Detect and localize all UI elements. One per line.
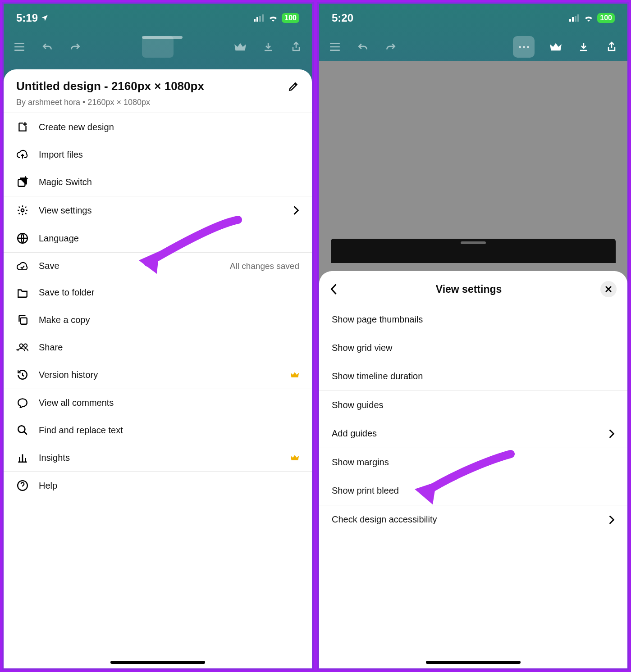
- crown-icon[interactable]: [233, 42, 247, 52]
- battery-badge: 100: [597, 13, 615, 23]
- copy-icon: [16, 314, 29, 326]
- row-label: Save: [39, 261, 220, 271]
- version-history-row[interactable]: Version history: [4, 361, 312, 389]
- view-comments-row[interactable]: View all comments: [4, 389, 312, 416]
- magic-switch-row[interactable]: Magic Switch: [4, 168, 312, 196]
- show-thumbnails-row[interactable]: Show page thumbnails: [319, 305, 627, 334]
- create-new-design-row[interactable]: Create new design: [4, 113, 312, 141]
- panel-title: View settings: [337, 283, 600, 295]
- svg-point-8: [19, 344, 23, 347]
- row-label: Show margins: [332, 457, 389, 468]
- download-icon[interactable]: [577, 41, 590, 52]
- view-settings-sheet: View settings Show page thumbnails Show …: [319, 271, 627, 668]
- language-row[interactable]: Language: [4, 224, 312, 252]
- home-indicator: [110, 661, 205, 664]
- clock-text: 5:20: [332, 12, 353, 24]
- vs-group-3: Show margins Show print bleed: [319, 448, 627, 505]
- row-label: Find and replace text: [39, 425, 299, 436]
- menu-group-1: Create new design Import files Magic Swi…: [4, 113, 312, 196]
- drag-handle-icon[interactable]: [461, 241, 486, 244]
- cloud-check-icon: [16, 261, 29, 271]
- page-strip[interactable]: [331, 239, 616, 263]
- show-timeline-row[interactable]: Show timeline duration: [319, 362, 627, 390]
- save-row[interactable]: Save All changes saved: [4, 253, 312, 279]
- premium-crown-icon: [290, 454, 299, 461]
- menu-icon[interactable]: [328, 42, 342, 51]
- crown-icon[interactable]: [549, 42, 562, 52]
- row-label: Magic Switch: [39, 177, 299, 187]
- svg-rect-12: [569, 19, 571, 22]
- import-files-row[interactable]: Import files: [4, 141, 312, 168]
- phone-right: 5:20 100 View settings Show page thumbna…: [317, 2, 629, 670]
- download-icon[interactable]: [261, 41, 275, 52]
- redo-icon[interactable]: [384, 42, 398, 52]
- show-margins-row[interactable]: Show margins: [319, 448, 627, 477]
- insights-row[interactable]: Insights: [4, 444, 312, 471]
- design-title: Untitled design - 2160px × 1080px: [16, 79, 204, 93]
- help-row[interactable]: Help: [4, 472, 312, 499]
- wifi-icon: [268, 14, 278, 22]
- row-label: Show print bleed: [332, 486, 399, 496]
- save-to-folder-row[interactable]: Save to folder: [4, 279, 312, 306]
- svg-rect-13: [572, 17, 574, 22]
- chevron-right-icon: [608, 429, 615, 439]
- signal-icon: [254, 14, 265, 22]
- menu-icon[interactable]: [13, 42, 26, 51]
- svg-rect-7: [21, 318, 27, 324]
- svg-point-9: [24, 344, 27, 347]
- row-label: View all comments: [39, 398, 299, 408]
- row-label: Save to folder: [39, 287, 299, 298]
- comment-icon: [16, 397, 29, 408]
- globe-icon: [16, 232, 29, 244]
- share-icon[interactable]: [605, 41, 618, 53]
- row-label: Share: [39, 342, 299, 353]
- search-icon: [16, 424, 29, 436]
- more-button[interactable]: [513, 36, 535, 58]
- chart-icon: [16, 452, 29, 463]
- make-copy-row[interactable]: Make a copy: [4, 306, 312, 334]
- vs-group-1: Show page thumbnails Show grid view Show…: [319, 305, 627, 390]
- show-guides-row[interactable]: Show guides: [319, 391, 627, 419]
- premium-crown-icon: [290, 371, 299, 378]
- row-label: Version history: [39, 370, 280, 380]
- show-bleed-row[interactable]: Show print bleed: [319, 477, 627, 505]
- svg-rect-3: [262, 14, 264, 22]
- back-button[interactable]: [330, 283, 337, 295]
- undo-icon[interactable]: [41, 42, 54, 52]
- view-settings-header: View settings: [319, 271, 627, 305]
- page-pill-box[interactable]: [142, 36, 174, 58]
- location-icon: [41, 14, 49, 22]
- row-label: Show guides: [332, 400, 384, 410]
- clock-text: 5:19: [16, 12, 38, 24]
- redo-icon[interactable]: [69, 42, 82, 52]
- add-guides-row[interactable]: Add guides: [319, 419, 627, 448]
- cloud-upload-icon: [16, 149, 29, 160]
- gear-icon: [16, 204, 29, 216]
- create-icon: [16, 121, 29, 133]
- undo-icon[interactable]: [356, 42, 370, 52]
- svg-point-5: [21, 209, 24, 212]
- magic-switch-icon: [16, 176, 29, 188]
- status-bar: 5:20 100: [319, 4, 627, 32]
- home-indicator: [426, 661, 521, 664]
- edit-title-icon[interactable]: [288, 81, 299, 92]
- share-icon[interactable]: [289, 41, 303, 53]
- check-accessibility-row[interactable]: Check design accessibility: [319, 505, 627, 534]
- help-icon: [16, 480, 29, 491]
- close-button[interactable]: [600, 281, 617, 297]
- status-icons: 100: [254, 13, 299, 23]
- view-settings-row[interactable]: View settings: [4, 196, 312, 224]
- show-grid-row[interactable]: Show grid view: [319, 334, 627, 362]
- editor-toolbar: [4, 32, 312, 61]
- vs-group-2: Show guides Add guides: [319, 390, 627, 448]
- status-time: 5:20: [332, 12, 353, 24]
- row-label: Check design accessibility: [332, 514, 437, 525]
- find-replace-row[interactable]: Find and replace text: [4, 416, 312, 444]
- phone-left: 5:19 100 Untitled design - 2160px × 1080…: [2, 2, 314, 670]
- row-label: Make a copy: [39, 315, 299, 325]
- share-row[interactable]: Share: [4, 334, 312, 361]
- svg-rect-0: [254, 19, 256, 22]
- chevron-right-icon: [608, 515, 615, 525]
- row-label: Create new design: [39, 122, 299, 132]
- row-label: View settings: [39, 205, 283, 216]
